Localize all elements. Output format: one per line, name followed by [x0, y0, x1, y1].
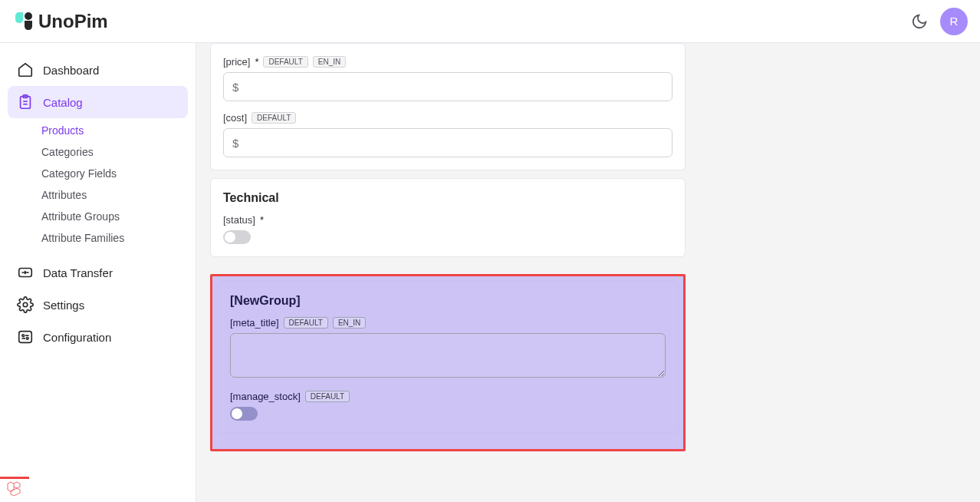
- scope-badge: DEFAULT: [263, 56, 307, 68]
- sidebar-item-label: Settings: [43, 299, 84, 312]
- sidebar-item-label: Data Transfer: [43, 266, 113, 279]
- main-content: [price] * DEFAULT EN_IN $ [cost] DEFAULT…: [196, 43, 980, 502]
- locale-badge: EN_IN: [333, 317, 366, 329]
- transfer-icon: [17, 264, 34, 281]
- submenu-category-fields[interactable]: Category Fields: [41, 163, 188, 184]
- status-toggle[interactable]: [223, 230, 251, 244]
- submenu-attribute-groups[interactable]: Attribute Groups: [41, 206, 188, 227]
- currency-symbol: $: [232, 137, 238, 150]
- submenu-attribute-families[interactable]: Attribute Families: [41, 227, 188, 249]
- svg-rect-7: [19, 332, 32, 343]
- currency-symbol: $: [232, 81, 238, 94]
- sidebar-item-data-transfer[interactable]: Data Transfer: [8, 256, 188, 289]
- submenu-attributes[interactable]: Attributes: [41, 184, 188, 206]
- cost-label: [cost]: [223, 112, 247, 124]
- home-icon: [17, 61, 34, 78]
- gear-icon: [17, 296, 34, 313]
- locale-badge: EN_IN: [313, 56, 346, 68]
- price-input[interactable]: [223, 72, 673, 101]
- price-field: [price] * DEFAULT EN_IN $: [223, 56, 673, 101]
- newgroup-card: [NewGroup] [meta_title] DEFAULT EN_IN [m…: [217, 281, 679, 434]
- avatar-initial: R: [950, 15, 959, 28]
- highlighted-section: [NewGroup] [meta_title] DEFAULT EN_IN [m…: [210, 274, 686, 451]
- catalog-submenu: Products Categories Category Fields Attr…: [8, 120, 188, 249]
- technical-card: Technical [status] *: [210, 178, 686, 257]
- scope-badge: DEFAULT: [284, 317, 328, 329]
- cost-input[interactable]: [223, 128, 673, 157]
- brand-icon: [12, 10, 35, 33]
- svg-point-6: [23, 302, 28, 307]
- config-icon: [17, 329, 34, 345]
- header-actions: R: [911, 8, 968, 35]
- cost-field: [cost] DEFAULT $: [223, 112, 673, 157]
- required-mark: *: [260, 214, 264, 226]
- sidebar-item-label: Catalog: [43, 96, 83, 109]
- sidebar-item-label: Dashboard: [43, 64, 99, 77]
- svg-point-10: [26, 337, 28, 339]
- technical-title: Technical: [223, 191, 673, 205]
- laravel-icon[interactable]: [5, 479, 23, 497]
- svg-point-8: [22, 335, 25, 337]
- manage-stock-field: [manage_stock] DEFAULT: [230, 391, 666, 421]
- sidebar-nav: Dashboard Catalog Products Categories Ca…: [0, 43, 196, 502]
- top-header: UnoPim R: [0, 0, 980, 43]
- required-mark: *: [255, 56, 258, 68]
- scope-badge: DEFAULT: [305, 391, 350, 402]
- sidebar-item-catalog[interactable]: Catalog: [8, 86, 188, 118]
- meta-title-field: [meta_title] DEFAULT EN_IN: [230, 317, 666, 380]
- theme-toggle-icon[interactable]: [911, 13, 928, 30]
- user-avatar[interactable]: R: [940, 8, 968, 35]
- sidebar-item-settings[interactable]: Settings: [8, 289, 188, 321]
- newgroup-title: [NewGroup]: [230, 294, 666, 308]
- sidebar-item-label: Configuration: [43, 331, 111, 344]
- brand-logo[interactable]: UnoPim: [12, 10, 108, 33]
- sidebar-item-dashboard[interactable]: Dashboard: [8, 54, 188, 86]
- meta-title-label: [meta_title]: [230, 317, 279, 329]
- sidebar-item-configuration[interactable]: Configuration: [8, 321, 188, 353]
- manage-stock-toggle[interactable]: [230, 407, 258, 421]
- scope-badge: DEFAULT: [252, 112, 296, 124]
- submenu-products[interactable]: Products: [41, 120, 188, 141]
- status-field: [status] *: [223, 214, 673, 244]
- submenu-categories[interactable]: Categories: [41, 141, 188, 163]
- pricing-card: [price] * DEFAULT EN_IN $ [cost] DEFAULT…: [210, 43, 686, 170]
- meta-title-input[interactable]: [230, 333, 666, 378]
- svg-point-0: [25, 12, 32, 20]
- price-label: [price]: [223, 56, 250, 68]
- status-label: [status]: [223, 214, 255, 226]
- manage-stock-label: [manage_stock]: [230, 391, 301, 402]
- brand-text: UnoPim: [38, 11, 108, 32]
- clipboard-icon: [17, 94, 34, 111]
